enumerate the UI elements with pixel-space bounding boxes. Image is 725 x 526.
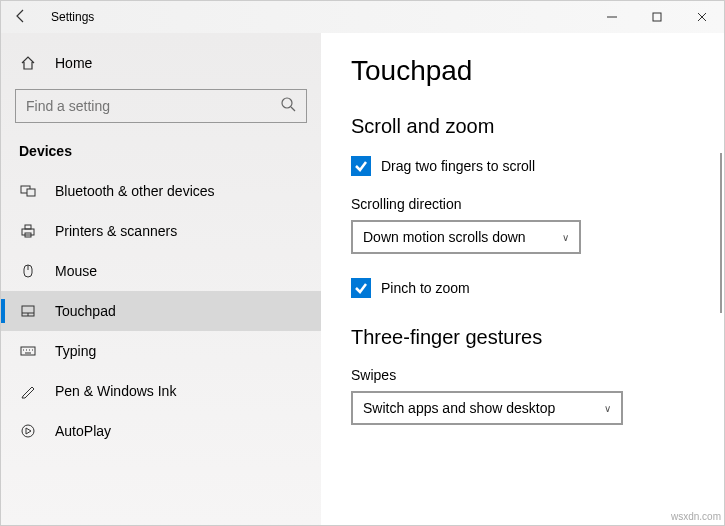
- chevron-down-icon: ∨: [562, 232, 569, 243]
- svg-rect-5: [25, 225, 31, 229]
- pen-icon: [19, 383, 37, 399]
- devices-icon: [19, 183, 37, 199]
- nav-label: Bluetooth & other devices: [55, 183, 215, 199]
- autoplay-icon: [19, 423, 37, 439]
- svg-rect-3: [27, 189, 35, 196]
- maximize-button[interactable]: [634, 1, 679, 33]
- sidebar-item-pen[interactable]: Pen & Windows Ink: [1, 371, 321, 411]
- sidebar-item-printers[interactable]: Printers & scanners: [1, 211, 321, 251]
- watermark: wsxdn.com: [671, 511, 721, 522]
- home-icon: [19, 55, 37, 71]
- section-scroll-zoom: Scroll and zoom: [351, 115, 694, 138]
- checkbox-label: Pinch to zoom: [381, 280, 470, 296]
- swipes-label: Swipes: [351, 367, 694, 383]
- svg-rect-0: [653, 13, 661, 21]
- checkbox-label: Drag two fingers to scroll: [381, 158, 535, 174]
- svg-point-1: [282, 98, 292, 108]
- chevron-down-icon: ∨: [604, 403, 611, 414]
- sidebar-item-typing[interactable]: Typing: [1, 331, 321, 371]
- drag-two-fingers-checkbox[interactable]: Drag two fingers to scroll: [351, 156, 694, 176]
- settings-window: Settings Home Devic: [0, 0, 725, 526]
- search-icon: [280, 96, 296, 116]
- dropdown-value: Switch apps and show desktop: [363, 400, 555, 416]
- titlebar: Settings: [1, 1, 724, 33]
- window-title: Settings: [41, 10, 94, 24]
- section-heading: Devices: [1, 137, 321, 171]
- svg-rect-9: [21, 347, 35, 355]
- svg-point-10: [22, 425, 34, 437]
- pinch-zoom-checkbox[interactable]: Pinch to zoom: [351, 278, 694, 298]
- close-icon: [697, 12, 707, 22]
- sidebar-item-mouse[interactable]: Mouse: [1, 251, 321, 291]
- printer-icon: [19, 223, 37, 239]
- close-button[interactable]: [679, 1, 724, 33]
- scrollbar-thumb[interactable]: [720, 153, 722, 313]
- nav-label: AutoPlay: [55, 423, 111, 439]
- touchpad-icon: [19, 303, 37, 319]
- swipes-dropdown[interactable]: Switch apps and show desktop ∨: [351, 391, 623, 425]
- minimize-icon: [607, 12, 617, 22]
- minimize-button[interactable]: [589, 1, 634, 33]
- sidebar: Home Devices Bluetooth & other devices: [1, 33, 321, 525]
- sidebar-item-bluetooth[interactable]: Bluetooth & other devices: [1, 171, 321, 211]
- scrolling-direction-label: Scrolling direction: [351, 196, 694, 212]
- page-title: Touchpad: [351, 55, 694, 87]
- search-box[interactable]: [15, 89, 307, 123]
- scrolling-direction-dropdown[interactable]: Down motion scrolls down ∨: [351, 220, 581, 254]
- maximize-icon: [652, 12, 662, 22]
- section-three-finger: Three-finger gestures: [351, 326, 694, 349]
- nav-label: Printers & scanners: [55, 223, 177, 239]
- home-nav[interactable]: Home: [1, 45, 321, 81]
- checkbox-checked-icon: [351, 156, 371, 176]
- search-input[interactable]: [26, 98, 280, 114]
- nav-label: Mouse: [55, 263, 97, 279]
- window-body: Home Devices Bluetooth & other devices: [1, 33, 724, 525]
- svg-rect-4: [22, 229, 34, 235]
- dropdown-value: Down motion scrolls down: [363, 229, 526, 245]
- back-button[interactable]: [1, 8, 41, 27]
- sidebar-item-touchpad[interactable]: Touchpad: [1, 291, 321, 331]
- sidebar-item-autoplay[interactable]: AutoPlay: [1, 411, 321, 451]
- nav-label: Touchpad: [55, 303, 116, 319]
- checkbox-checked-icon: [351, 278, 371, 298]
- home-label: Home: [55, 55, 92, 71]
- keyboard-icon: [19, 343, 37, 359]
- nav-label: Pen & Windows Ink: [55, 383, 176, 399]
- nav-label: Typing: [55, 343, 96, 359]
- mouse-icon: [19, 263, 37, 279]
- content-pane: Touchpad Scroll and zoom Drag two finger…: [321, 33, 724, 525]
